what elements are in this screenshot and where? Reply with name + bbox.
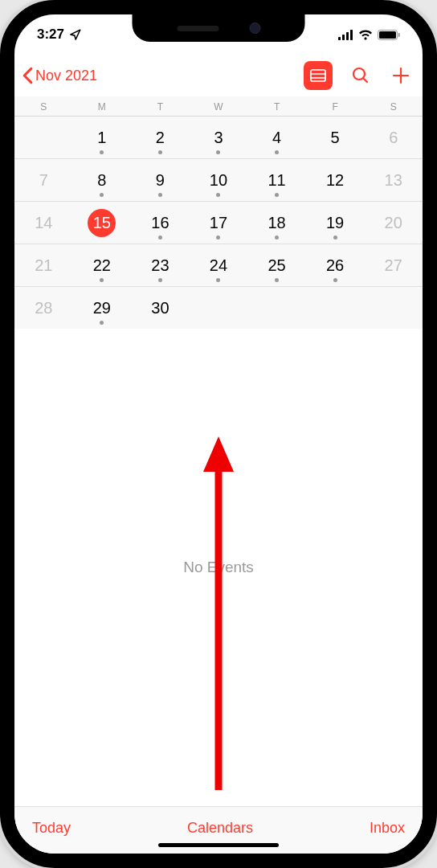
day-cell bbox=[190, 287, 248, 329]
day-number: 8 bbox=[97, 171, 106, 190]
day-cell[interactable]: 2 bbox=[131, 117, 190, 158]
day-cell[interactable]: 7 bbox=[14, 159, 73, 201]
status-right bbox=[338, 30, 400, 40]
day-number: 3 bbox=[214, 129, 223, 147]
back-button[interactable]: Nov 2021 bbox=[22, 67, 97, 84]
svg-rect-6 bbox=[379, 31, 396, 39]
day-cell[interactable]: 20 bbox=[364, 202, 423, 244]
day-number: 17 bbox=[210, 214, 227, 232]
event-dot-icon bbox=[333, 278, 337, 282]
day-cell[interactable]: 11 bbox=[247, 159, 306, 201]
day-number: 27 bbox=[385, 256, 402, 275]
device-notch bbox=[133, 14, 305, 42]
svg-line-12 bbox=[363, 78, 367, 82]
day-number: 16 bbox=[151, 214, 169, 232]
bottom-area: Today Calendars Inbox bbox=[14, 806, 423, 854]
day-cell[interactable]: 17 bbox=[190, 202, 248, 244]
month-grid: 1234567891011121314151617181920212223242… bbox=[14, 117, 423, 329]
event-dot-icon bbox=[158, 235, 162, 240]
day-cell[interactable]: 23 bbox=[131, 244, 190, 286]
cellular-icon bbox=[338, 30, 353, 40]
svg-rect-1 bbox=[338, 37, 341, 40]
day-number: 5 bbox=[331, 129, 340, 147]
day-cell[interactable]: 21 bbox=[14, 244, 73, 286]
day-cell[interactable]: 9 bbox=[131, 159, 190, 201]
svg-rect-8 bbox=[311, 70, 325, 81]
calendars-button[interactable]: Calendars bbox=[187, 820, 253, 837]
day-cell[interactable]: 24 bbox=[190, 244, 248, 286]
day-cell[interactable]: 16 bbox=[131, 202, 190, 244]
weekday-label: T bbox=[131, 101, 190, 113]
day-number: 24 bbox=[210, 256, 227, 275]
day-number: 11 bbox=[268, 171, 285, 190]
event-dot-icon bbox=[216, 150, 220, 154]
day-number: 13 bbox=[385, 171, 402, 190]
day-cell[interactable]: 26 bbox=[306, 244, 365, 286]
event-dot-icon bbox=[275, 193, 279, 197]
day-cell[interactable]: 8 bbox=[73, 159, 132, 201]
day-number: 18 bbox=[268, 214, 285, 232]
svg-rect-4 bbox=[350, 30, 353, 40]
day-cell[interactable]: 3 bbox=[190, 117, 248, 158]
day-cell[interactable]: 28 bbox=[14, 287, 73, 329]
nav-right bbox=[304, 61, 413, 90]
day-cell[interactable]: 19 bbox=[306, 202, 365, 244]
event-dot-icon bbox=[275, 278, 279, 282]
svg-rect-3 bbox=[346, 32, 349, 40]
add-event-button[interactable] bbox=[389, 63, 413, 88]
svg-rect-7 bbox=[398, 33, 400, 37]
weekday-label: S bbox=[14, 101, 73, 113]
day-number: 26 bbox=[326, 256, 344, 275]
speaker-grille bbox=[177, 26, 218, 31]
day-number: 14 bbox=[35, 214, 52, 232]
list-view-icon bbox=[310, 69, 326, 82]
day-cell[interactable]: 10 bbox=[190, 159, 248, 201]
weekday-header: SMTWTFS bbox=[14, 96, 423, 117]
event-dot-icon bbox=[100, 193, 104, 197]
day-cell[interactable]: 6 bbox=[364, 117, 423, 158]
event-dot-icon bbox=[158, 278, 162, 282]
day-number: 12 bbox=[326, 171, 344, 190]
event-dot-icon bbox=[158, 193, 162, 197]
day-cell[interactable]: 25 bbox=[247, 244, 306, 286]
home-indicator[interactable] bbox=[158, 843, 279, 847]
week-row: 14151617181920 bbox=[14, 202, 423, 244]
day-cell[interactable]: 29 bbox=[73, 287, 132, 329]
day-cell[interactable]: 27 bbox=[364, 244, 423, 286]
nav-bar: Nov 2021 bbox=[14, 55, 423, 96]
day-number: 23 bbox=[151, 256, 169, 275]
view-toggle-button[interactable] bbox=[304, 61, 333, 90]
day-cell[interactable]: 12 bbox=[306, 159, 365, 201]
day-cell bbox=[14, 117, 73, 158]
day-cell[interactable]: 30 bbox=[131, 287, 190, 329]
event-dot-icon bbox=[216, 235, 220, 240]
no-events-label: No Events bbox=[183, 559, 254, 576]
chevron-left-icon bbox=[22, 67, 33, 84]
status-time: 3:27 bbox=[37, 27, 81, 43]
day-cell[interactable]: 15 bbox=[73, 202, 132, 244]
search-button[interactable] bbox=[349, 63, 373, 88]
weekday-label: M bbox=[73, 101, 132, 113]
inbox-button[interactable]: Inbox bbox=[370, 820, 405, 837]
today-button[interactable]: Today bbox=[32, 820, 71, 837]
day-number: 29 bbox=[93, 299, 111, 317]
day-number: 1 bbox=[97, 129, 106, 147]
week-row: 123456 bbox=[14, 117, 423, 159]
day-cell[interactable]: 5 bbox=[306, 117, 365, 158]
event-dot-icon bbox=[333, 235, 337, 240]
events-area[interactable]: No Events bbox=[14, 329, 423, 806]
day-number: 7 bbox=[39, 171, 48, 190]
day-cell[interactable]: 18 bbox=[247, 202, 306, 244]
screen: 3:27 Nov 2021 bbox=[14, 14, 423, 854]
back-button-label: Nov 2021 bbox=[35, 68, 97, 84]
event-dot-icon bbox=[100, 278, 104, 282]
day-cell[interactable]: 14 bbox=[14, 202, 73, 244]
event-dot-icon bbox=[216, 278, 220, 282]
day-cell[interactable]: 4 bbox=[247, 117, 306, 158]
day-cell[interactable]: 13 bbox=[364, 159, 423, 201]
day-cell bbox=[364, 287, 423, 329]
day-number: 9 bbox=[156, 171, 165, 190]
day-cell[interactable]: 1 bbox=[73, 117, 132, 158]
day-cell[interactable]: 22 bbox=[73, 244, 132, 286]
week-row: 282930 bbox=[14, 287, 423, 329]
